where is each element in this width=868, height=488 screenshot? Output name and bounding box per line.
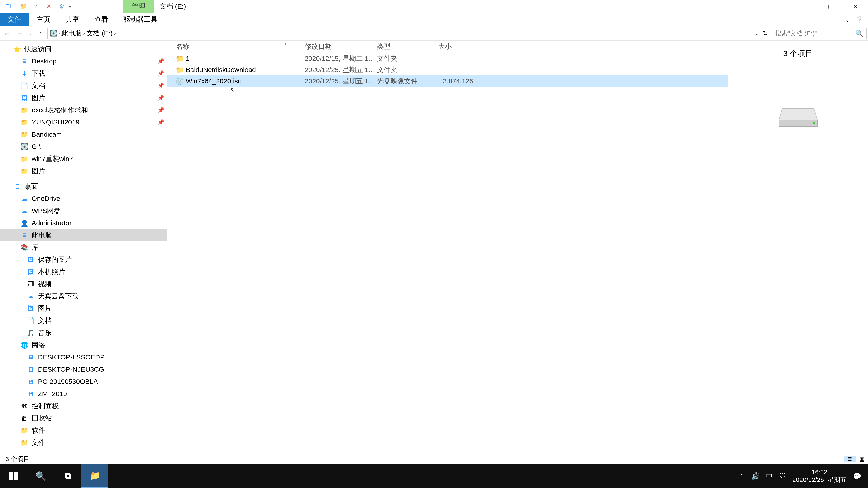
tree-gdrive[interactable]: 💽G:\ xyxy=(0,140,166,153)
chevron-right-icon[interactable]: › xyxy=(114,31,116,36)
search-box[interactable]: 🔍 xyxy=(772,28,867,39)
status-bar: 3 个项目 ☰ ▦ xyxy=(0,454,868,464)
nav-up-button[interactable]: ↑ xyxy=(34,26,48,40)
taskbar-search-button[interactable]: 🔍 xyxy=(27,464,54,488)
tab-file[interactable]: 文件 xyxy=(0,13,29,26)
address-box[interactable]: 💽 › 此电脑 › 文档 (E:) › ⌄ ↻ xyxy=(48,28,771,39)
tree-label: win7重装win7 xyxy=(32,154,73,164)
tree-this-pc[interactable]: 🖥此电脑 xyxy=(0,229,166,241)
chevron-right-icon[interactable]: › xyxy=(59,31,60,36)
security-icon[interactable]: 🛡 xyxy=(779,472,786,480)
tree-wps[interactable]: ☁WPS网盘 xyxy=(0,205,166,217)
tree-win7reinstall[interactable]: 📁win7重装win7 xyxy=(0,153,166,165)
tree-pictures2[interactable]: 📁图片 xyxy=(0,165,166,177)
volume-icon[interactable]: 🔊 xyxy=(751,472,760,480)
tab-view[interactable]: 查看 xyxy=(87,13,116,26)
search-input[interactable] xyxy=(775,30,855,37)
tab-share[interactable]: 共享 xyxy=(58,13,87,26)
refresh-icon[interactable]: ↻ xyxy=(763,30,768,37)
separator xyxy=(16,2,16,11)
addr-dropdown-icon[interactable]: ⌄ xyxy=(755,31,759,36)
tree-documents2[interactable]: 📄文档 xyxy=(0,315,166,327)
start-button[interactable] xyxy=(0,464,27,488)
tree-recycle-bin[interactable]: 🗑回收站 xyxy=(0,412,166,424)
task-view-button[interactable]: ⧉ xyxy=(54,464,81,488)
search-icon[interactable]: 🔍 xyxy=(855,30,863,37)
tree-pc1[interactable]: 🖥DESKTOP-LSSOEDP xyxy=(0,351,166,363)
file-list[interactable]: 📁12020/12/15, 星期二 1...文件夹📁BaiduNetdiskDo… xyxy=(167,53,728,454)
file-row[interactable]: 📁12020/12/15, 星期二 1...文件夹 xyxy=(167,53,728,64)
file-size: 3,874,126... xyxy=(438,77,479,85)
breadcrumb-location[interactable]: 文档 (E:) xyxy=(86,29,113,38)
tree-admin[interactable]: 👤Administrator xyxy=(0,217,166,229)
tree-bandicam[interactable]: 📁Bandicam xyxy=(0,128,166,140)
close-button[interactable]: ✕ xyxy=(843,0,868,13)
view-thumbnails-button[interactable]: ▦ xyxy=(856,456,868,462)
taskbar-explorer-button[interactable]: 📁 xyxy=(81,464,108,488)
chevron-right-icon[interactable]: › xyxy=(83,31,85,36)
tree-pictures[interactable]: 🖼图片📌 xyxy=(0,92,166,104)
qa-open-folder[interactable]: 📁 xyxy=(18,1,29,12)
col-header-name[interactable]: 名称▴ xyxy=(176,42,305,51)
tree-files[interactable]: 📁文件 xyxy=(0,436,166,449)
help-icon[interactable]: ❔ xyxy=(855,15,864,24)
tree-documents[interactable]: 📄文档📌 xyxy=(0,79,166,92)
content-area: 名称▴ 修改日期 类型 大小 📁12020/12/15, 星期二 1...文件夹… xyxy=(167,41,728,454)
tree-videos[interactable]: 🎞视频 xyxy=(0,278,166,290)
view-details-button[interactable]: ☰ xyxy=(844,456,856,462)
file-date: 2020/12/25, 星期五 1... xyxy=(305,76,377,86)
action-center-icon[interactable]: 💬 xyxy=(853,472,861,480)
collapse-ribbon-icon[interactable]: ⌄ xyxy=(845,15,850,24)
tree-pictures3[interactable]: 🖼图片 xyxy=(0,302,166,315)
qa-new-icon[interactable]: ⚙ xyxy=(56,1,67,12)
file-row[interactable]: 💿Win7x64_2020.iso2020/12/25, 星期五 1...光盘映… xyxy=(167,75,728,87)
tree-label: DESKTOP-LSSOEDP xyxy=(38,353,105,361)
tree-pc3[interactable]: 🖥PC-20190530OBLA xyxy=(0,376,166,388)
qa-dropdown-icon[interactable]: ▾ xyxy=(69,4,76,9)
tray-clock[interactable]: 16:32 2020/12/25, 星期五 xyxy=(792,468,846,484)
tree-music[interactable]: 🎵音乐 xyxy=(0,327,166,339)
tree-yunqishi[interactable]: 📁YUNQISHI2019📌 xyxy=(0,116,166,128)
tree-library[interactable]: 📚库 xyxy=(0,241,166,254)
ime-indicator[interactable]: 中 xyxy=(766,471,773,481)
address-bar-row: ← → ⌄ ↑ 💽 › 此电脑 › 文档 (E:) › ⌄ ↻ 🔍 xyxy=(0,26,868,41)
tree-network[interactable]: 🌐网络 xyxy=(0,339,166,351)
tree-desktop-root[interactable]: 🖥桌面 xyxy=(0,180,166,193)
tree-pc4[interactable]: 🖥ZMT2019 xyxy=(0,388,166,400)
tree-saved-pics[interactable]: 🖼保存的图片 xyxy=(0,254,166,266)
ribbon-tabs: 文件 主页 共享 查看 驱动器工具 ⌄ ❔ xyxy=(0,13,868,26)
maximize-button[interactable]: ▢ xyxy=(818,0,843,13)
qa-properties-icon[interactable]: ✓ xyxy=(31,1,41,12)
nav-forward-button[interactable]: → xyxy=(13,26,26,40)
file-row[interactable]: 📁BaiduNetdiskDownload2020/12/25, 星期五 1..… xyxy=(167,64,728,75)
qa-close-icon[interactable]: ✕ xyxy=(43,1,54,12)
tab-drive-tools[interactable]: 驱动器工具 xyxy=(116,13,165,26)
navigation-pane[interactable]: ⭐快速访问 🖥Desktop📌 ⬇下载📌 📄文档📌 🖼图片📌 📁excel表格制… xyxy=(0,41,167,454)
tree-pc2[interactable]: 🖥DESKTOP-NJEU3CG xyxy=(0,363,166,376)
tree-control-panel[interactable]: 🛠控制面板 xyxy=(0,400,166,412)
tree-downloads[interactable]: ⬇下载📌 xyxy=(0,67,166,79)
tree-label: 库 xyxy=(32,243,38,252)
tab-home[interactable]: 主页 xyxy=(29,13,58,26)
context-tab-manage[interactable]: 管理 xyxy=(123,0,154,13)
tree-tianyi[interactable]: ☁天翼云盘下载 xyxy=(0,290,166,302)
tree-excel[interactable]: 📁excel表格制作求和📌 xyxy=(0,104,166,116)
app-icon[interactable]: 🗔 xyxy=(3,1,13,12)
tree-quick-access[interactable]: ⭐快速访问 xyxy=(0,43,166,55)
tree-local-photos[interactable]: 🖼本机照片 xyxy=(0,266,166,278)
nav-back-button[interactable]: ← xyxy=(0,26,13,40)
tray-overflow-icon[interactable]: ⌃ xyxy=(739,472,745,480)
tree-onedrive[interactable]: ☁OneDrive xyxy=(0,193,166,205)
col-header-size[interactable]: 大小 xyxy=(438,42,479,51)
nav-recent-dropdown[interactable]: ⌄ xyxy=(26,26,34,40)
tree-software[interactable]: 📁软件 xyxy=(0,424,166,436)
col-header-type[interactable]: 类型 xyxy=(377,42,438,51)
minimize-button[interactable]: — xyxy=(794,0,818,13)
status-item-count: 3 个项目 xyxy=(5,455,30,463)
tree-desktop[interactable]: 🖥Desktop📌 xyxy=(0,55,166,67)
col-header-date[interactable]: 修改日期 xyxy=(305,42,377,51)
ribbon-help-area: ⌄ ❔ xyxy=(845,13,868,26)
tree-label: 音乐 xyxy=(38,328,52,337)
breadcrumb-root[interactable]: 此电脑 xyxy=(61,29,82,38)
view-toggle: ☰ ▦ xyxy=(844,456,868,462)
